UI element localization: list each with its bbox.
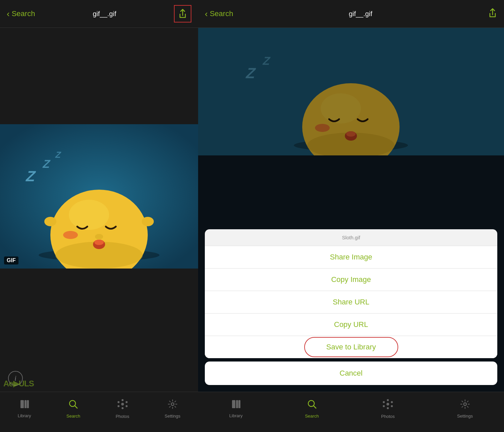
svg-rect-15 [20,400,24,408]
svg-point-49 [391,405,393,407]
svg-point-21 [122,399,124,401]
right-photos-icon [382,399,394,412]
tab-library-label: Library [18,413,31,418]
svg-point-20 [121,403,124,405]
copy-image-label: Copy Image [331,275,371,284]
action-sheet: Sloth.gif Share Image Copy Image Share U… [205,229,497,358]
share-url-label: Share URL [333,298,369,306]
svg-point-44 [387,399,389,401]
copy-image-button[interactable]: Copy Image [205,269,497,291]
gif-display: Z Z Z [0,124,198,269]
svg-point-46 [383,401,385,403]
left-tab-bar: Library Search [0,392,198,432]
svg-point-23 [118,401,120,403]
search-icon [68,399,78,412]
right-tab-library-label: Library [229,413,243,418]
copy-url-label: Copy URL [334,320,368,329]
library-icon [19,399,30,411]
right-tab-search-label: Search [305,414,319,419]
right-library-icon [231,399,241,411]
settings-icon [168,399,178,412]
svg-point-9 [44,217,56,226]
right-share-button[interactable] [488,8,497,19]
share-image-label: Share Image [330,253,372,261]
right-tab-photos-label: Photos [381,414,395,419]
sloth-gif-image: Z Z Z [0,124,198,269]
tab-photos[interactable]: Photos [116,399,129,419]
share-image-button[interactable]: Share Image [205,246,497,269]
svg-point-13 [94,240,104,245]
cancel-button[interactable]: Cancel [205,362,497,385]
tab-settings[interactable]: Settings [165,399,180,419]
right-tab-search[interactable]: Search [305,399,319,419]
watermark-text: Ae▶ULS [3,379,34,388]
tab-search[interactable]: Search [66,399,80,419]
svg-rect-40 [238,400,240,408]
tab-settings-label: Settings [165,414,180,419]
share-icon [178,9,187,19]
left-back-button[interactable]: ‹ Search [7,9,35,19]
gif-badge: GIF [4,256,18,265]
svg-point-48 [391,401,393,403]
right-search-icon [307,399,317,412]
action-sheet-overlay: Sloth.gif Share Image Copy Image Share U… [198,28,504,392]
left-header: ‹ Search gif__.gif [0,0,198,28]
right-share-icon [488,8,497,18]
right-tab-settings-label: Settings [457,414,473,419]
svg-point-8 [69,200,109,230]
svg-rect-38 [232,400,235,408]
left-back-label: Search [12,9,35,18]
right-file-title: gif__.gif [349,10,372,18]
right-tab-bar: Library Search [198,392,504,432]
tab-photos-label: Photos [116,414,129,419]
right-back-button[interactable]: ‹ Search [205,9,233,19]
right-settings-icon [460,399,470,412]
svg-point-25 [126,401,128,403]
svg-rect-39 [236,400,238,408]
right-chevron-icon: ‹ [205,9,208,19]
right-tab-photos[interactable]: Photos [381,399,395,419]
tab-library[interactable]: Library [18,399,31,418]
svg-line-42 [314,406,316,408]
left-file-title: gif__.gif [93,10,116,18]
photos-icon [117,399,128,412]
svg-point-11 [63,231,78,239]
cancel-label: Cancel [339,369,362,377]
tab-search-label: Search [66,414,80,419]
copy-url-button[interactable]: Copy URL [205,314,497,336]
share-url-button[interactable]: Share URL [205,291,497,314]
svg-point-22 [122,407,124,409]
svg-point-14 [95,234,103,239]
right-header: ‹ Search gif__.gif [198,0,504,28]
svg-point-47 [383,405,385,407]
watermark: Ae▶ULS [3,379,34,388]
right-back-label: Search [210,9,233,18]
svg-point-24 [118,405,120,407]
svg-point-43 [386,403,389,405]
left-image-area: Z Z Z [0,28,198,365]
right-panel: ‹ Search gif__.gif Z Z [198,0,504,432]
share-button-highlighted[interactable] [174,5,191,22]
svg-point-45 [387,407,389,409]
svg-rect-17 [27,400,29,408]
svg-line-19 [75,406,77,408]
save-to-library-button[interactable]: Save to Library [205,336,497,358]
left-panel: ‹ Search gif__.gif [0,0,198,432]
right-tab-library[interactable]: Library [229,399,243,418]
action-sheet-title: Sloth.gif [205,229,497,246]
chevron-left-icon: ‹ [7,9,10,19]
svg-point-26 [126,405,128,407]
svg-point-10 [142,217,154,226]
svg-point-50 [464,403,466,405]
save-library-label: Save to Library [326,343,376,351]
right-tab-settings[interactable]: Settings [457,399,473,419]
svg-point-27 [171,403,174,405]
svg-rect-16 [25,400,27,408]
right-content: Z Z Sloth.gif Share Image Copy [198,28,504,392]
